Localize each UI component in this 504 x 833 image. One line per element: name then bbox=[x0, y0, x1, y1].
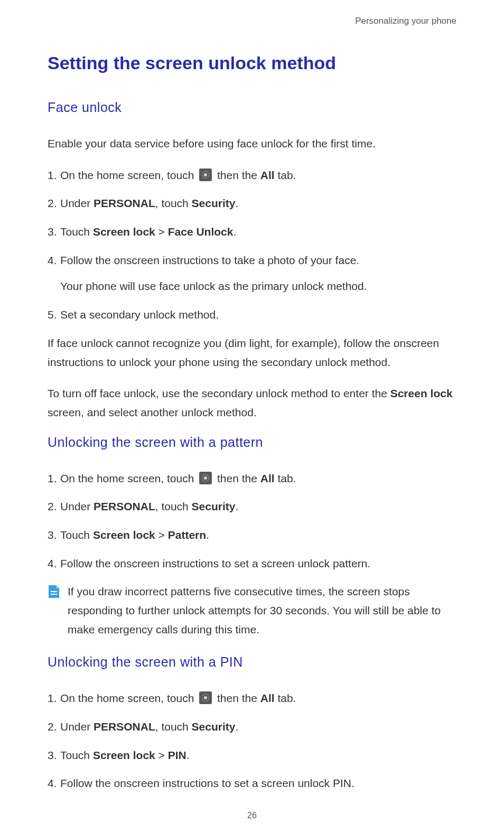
svg-rect-1 bbox=[51, 594, 57, 595]
face-unlock-intro: Enable your data service before using fa… bbox=[48, 134, 456, 153]
step-text: Follow the onscreen instructions to take… bbox=[60, 254, 359, 266]
document-page: Personalizing your phone Setting the scr… bbox=[0, 0, 504, 833]
note-text: If you draw incorrect patterns five cons… bbox=[68, 582, 456, 639]
step-bold: PERSONAL bbox=[94, 500, 155, 512]
step-text: . bbox=[235, 720, 238, 733]
step-bold: All bbox=[260, 692, 275, 704]
step-bold: PERSONAL bbox=[94, 197, 155, 209]
face-unlock-steps: On the home screen, touch then the All t… bbox=[48, 166, 456, 324]
face-unlock-note-1: If face unlock cannot recognize you (dim… bbox=[48, 334, 456, 371]
step-text: > bbox=[155, 749, 168, 761]
step: Touch Screen lock > Face Unlock. bbox=[48, 222, 456, 241]
page-number: 26 bbox=[0, 811, 504, 820]
step-text: Follow the onscreen instructions to set … bbox=[60, 777, 354, 789]
step-text: . bbox=[206, 529, 209, 541]
step: Touch Screen lock > Pattern. bbox=[48, 526, 456, 545]
step-text: tab. bbox=[275, 692, 296, 704]
step: On the home screen, touch then the All t… bbox=[48, 166, 456, 185]
pattern-steps: On the home screen, touch then the All t… bbox=[48, 469, 456, 573]
step-text: > bbox=[155, 529, 168, 541]
settings-icon bbox=[199, 169, 212, 181]
step: On the home screen, touch then the All t… bbox=[48, 689, 456, 708]
step-text: On the home screen, touch bbox=[60, 692, 197, 704]
step: Under PERSONAL, touch Security. bbox=[48, 194, 456, 213]
step-text: Under bbox=[60, 197, 94, 209]
face-unlock-note-2: To turn off face unlock, use the seconda… bbox=[48, 384, 456, 422]
step-text: On the home screen, touch bbox=[60, 169, 197, 181]
step-bold: Face Unlock bbox=[168, 226, 234, 238]
para-bold: Screen lock bbox=[390, 387, 453, 399]
step-text: Set a secondary unlock method. bbox=[60, 308, 219, 321]
page-title: Setting the screen unlock method bbox=[48, 53, 456, 73]
section-heading-pattern: Unlocking the screen with a pattern bbox=[48, 435, 456, 450]
para-text: To turn off face unlock, use the seconda… bbox=[48, 387, 390, 399]
note-block: If you draw incorrect patterns five cons… bbox=[48, 582, 456, 639]
step-text: Follow the onscreen instructions to set … bbox=[60, 557, 370, 569]
step-text: Touch bbox=[60, 529, 93, 541]
step: On the home screen, touch then the All t… bbox=[48, 469, 456, 488]
step-subtext: Your phone will use face unlock as the p… bbox=[60, 277, 456, 296]
step-text: Touch bbox=[60, 749, 93, 761]
step-text: then the bbox=[214, 169, 260, 181]
step-bold: All bbox=[260, 169, 275, 181]
para-text: screen, and select another unlock method… bbox=[48, 406, 257, 418]
step: Follow the onscreen instructions to take… bbox=[48, 251, 456, 296]
step: Follow the onscreen instructions to set … bbox=[48, 554, 456, 573]
step-bold: Pattern bbox=[168, 529, 206, 541]
step: Set a secondary unlock method. bbox=[48, 305, 456, 324]
step: Follow the onscreen instructions to set … bbox=[48, 774, 456, 793]
step-text: > bbox=[155, 226, 168, 238]
pin-steps: On the home screen, touch then the All t… bbox=[48, 689, 456, 793]
page-header-breadcrumb: Personalizing your phone bbox=[48, 16, 456, 26]
step-bold: Screen lock bbox=[93, 529, 155, 541]
step-bold: PERSONAL bbox=[94, 720, 155, 733]
step-bold: Screen lock bbox=[93, 749, 155, 761]
step-text: , touch bbox=[155, 720, 192, 733]
step-bold: All bbox=[260, 472, 275, 484]
step-text: then the bbox=[214, 692, 260, 704]
step-text: , touch bbox=[155, 500, 192, 512]
step-bold: Security bbox=[192, 500, 236, 512]
step-text: tab. bbox=[275, 169, 296, 181]
step-text: Under bbox=[60, 720, 94, 733]
step-bold: Screen lock bbox=[93, 226, 155, 238]
step-text: then the bbox=[214, 472, 260, 484]
step-text: . bbox=[235, 197, 238, 209]
settings-icon bbox=[199, 691, 212, 704]
step-text: . bbox=[186, 749, 190, 761]
step-text: tab. bbox=[275, 472, 296, 484]
note-icon bbox=[48, 584, 60, 599]
step-bold: PIN bbox=[168, 749, 186, 761]
step-text: On the home screen, touch bbox=[60, 472, 197, 484]
section-heading-face-unlock: Face unlock bbox=[48, 100, 456, 115]
step-text: . bbox=[233, 226, 236, 238]
step-text: Touch bbox=[60, 226, 93, 238]
step: Touch Screen lock > PIN. bbox=[48, 746, 456, 765]
step-text: Under bbox=[60, 500, 94, 512]
step-bold: Security bbox=[192, 720, 236, 733]
settings-icon bbox=[199, 472, 212, 484]
step: Under PERSONAL, touch Security. bbox=[48, 717, 456, 736]
step-bold: Security bbox=[192, 197, 236, 209]
section-heading-pin: Unlocking the screen with a PIN bbox=[48, 654, 456, 670]
step: Under PERSONAL, touch Security. bbox=[48, 497, 456, 516]
step-text: . bbox=[235, 500, 238, 512]
svg-rect-0 bbox=[51, 591, 57, 592]
step-text: , touch bbox=[155, 197, 192, 209]
